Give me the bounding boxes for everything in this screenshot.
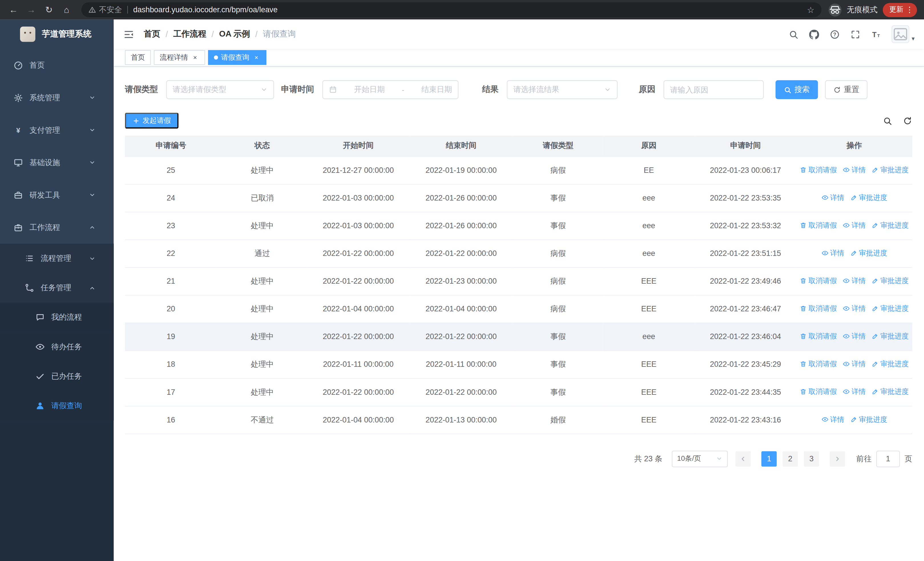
page-button-1[interactable]: 1	[761, 451, 777, 466]
reset-button[interactable]: 重置	[825, 80, 867, 99]
browser-update-button[interactable]: 更新 ⋮	[883, 3, 917, 17]
help-icon[interactable]: ?	[830, 29, 840, 39]
detail-action-link[interactable]: 详情	[821, 415, 844, 424]
result-select[interactable]: 请选择流结果	[507, 80, 618, 99]
progress-action-link[interactable]: 审批进度	[872, 165, 909, 175]
column-header: 开始时间	[308, 136, 409, 156]
cancel-action-link[interactable]: 取消请假	[800, 387, 837, 397]
detail-action-link[interactable]: 详情	[843, 304, 866, 314]
sidebar-item-process-management[interactable]: 流程管理	[0, 244, 114, 273]
page-button-2[interactable]: 2	[783, 451, 798, 466]
prev-page-button[interactable]	[735, 451, 751, 466]
breadcrumb-item[interactable]: OA 示例	[219, 29, 250, 39]
detail-action-link[interactable]: 详情	[821, 248, 844, 258]
apply-time-range-picker[interactable]: 开始日期 - 结束日期	[322, 80, 459, 99]
next-page-button[interactable]	[830, 451, 845, 466]
sidebar-item-done-tasks[interactable]: 已办任务	[0, 362, 114, 391]
sidebar-item-system-management[interactable]: 系统管理	[0, 81, 114, 114]
tab-leave-query[interactable]: 请假查询×	[208, 50, 266, 65]
breadcrumb-item[interactable]: 工作流程	[173, 29, 206, 39]
tab-home[interactable]: 首页	[125, 50, 151, 65]
github-icon[interactable]	[809, 29, 819, 39]
cell-status: 处理中	[217, 323, 308, 350]
sidebar-item-my-processes[interactable]: 我的流程	[0, 302, 114, 332]
create-leave-button[interactable]: 发起请假	[125, 113, 178, 129]
progress-action-link[interactable]: 审批进度	[872, 359, 909, 369]
browser-back-button[interactable]: ←	[6, 2, 21, 17]
reason-input[interactable]	[670, 85, 758, 94]
close-tab-icon[interactable]: ×	[191, 53, 199, 62]
goto-page-input[interactable]	[876, 450, 900, 467]
progress-action-link[interactable]: 审批进度	[872, 331, 909, 341]
detail-action-link[interactable]: 详情	[843, 276, 866, 286]
bookmark-star-icon[interactable]: ☆	[807, 5, 814, 15]
sidebar-item-workflow[interactable]: 工作流程	[0, 211, 114, 244]
progress-action-link[interactable]: 审批进度	[850, 248, 887, 258]
sidebar-item-home[interactable]: 首页	[0, 49, 114, 81]
cancel-action-link[interactable]: 取消请假	[800, 165, 837, 175]
table-row[interactable]: 22通过2022-01-22 00:00:002022-01-22 00:00:…	[125, 239, 912, 267]
sidebar-item-todo-tasks[interactable]: 待办任务	[0, 332, 114, 362]
progress-action-link[interactable]: 审批进度	[872, 304, 909, 314]
table-row[interactable]: 21处理中2022-01-22 00:00:002022-01-23 00:00…	[125, 267, 912, 295]
user-menu[interactable]: ▾	[891, 26, 915, 43]
table-row[interactable]: 19处理中2022-01-22 00:00:002022-01-22 00:00…	[125, 323, 912, 350]
table-row[interactable]: 16不通过2022-01-04 00:00:002022-01-13 00:00…	[125, 406, 912, 434]
cancel-action-link[interactable]: 取消请假	[800, 304, 837, 314]
sidebar-item-dev-tools[interactable]: 研发工具	[0, 179, 114, 211]
browser-home-button[interactable]: ⌂	[59, 2, 75, 17]
sidebar-fold-icon[interactable]	[123, 29, 134, 40]
sidebar-item-leave-query[interactable]: 请假查询	[0, 391, 114, 420]
tab-process-detail[interactable]: 流程详情×	[154, 50, 205, 65]
cancel-action-link[interactable]: 取消请假	[800, 221, 837, 230]
cell-end-time: 2022-01-26 00:00:00	[409, 184, 513, 212]
detail-action-link[interactable]: 详情	[843, 165, 866, 175]
page-button-3[interactable]: 3	[804, 451, 819, 466]
eye-icon	[35, 342, 45, 352]
leave-type-select[interactable]: 请选择请假类型	[166, 80, 274, 99]
progress-action-link[interactable]: 审批进度	[872, 276, 909, 286]
breadcrumb-item[interactable]: 首页	[144, 29, 160, 39]
detail-action-link[interactable]: 详情	[843, 221, 866, 230]
toggle-search-icon[interactable]	[883, 116, 892, 125]
table-row[interactable]: 20处理中2022-01-04 00:00:002022-01-04 00:00…	[125, 295, 912, 323]
progress-action-link[interactable]: 审批进度	[850, 415, 887, 424]
progress-action-link[interactable]: 审批进度	[872, 221, 909, 230]
detail-action-link[interactable]: 详情	[843, 387, 866, 397]
close-tab-icon[interactable]: ×	[252, 53, 261, 62]
table-row[interactable]: 25处理中2021-12-27 00:00:002022-01-19 00:00…	[125, 156, 912, 184]
svg-text:T: T	[872, 30, 877, 38]
browser-forward-button[interactable]: →	[24, 2, 39, 17]
app-logo-row[interactable]: 芋道管理系统	[0, 20, 114, 49]
table-row[interactable]: 24已取消2022-01-03 00:00:002022-01-26 00:00…	[125, 184, 912, 212]
progress-action-link[interactable]: 审批进度	[872, 387, 909, 397]
address-bar[interactable]: 不安全 dashboard.yudao.iocoder.cn/bpm/oa/le…	[81, 2, 822, 17]
sidebar-item-infrastructure[interactable]: 基础设施	[0, 146, 114, 179]
table-row[interactable]: 18处理中2022-01-11 00:00:002022-01-11 00:00…	[125, 350, 912, 378]
browser-menu-icon[interactable]: ⋮	[906, 6, 914, 14]
detail-action-link[interactable]: 详情	[821, 193, 844, 203]
sidebar-item-payment-management[interactable]: ¥支付管理	[0, 114, 114, 146]
font-size-icon[interactable]: TT	[871, 29, 881, 39]
detail-action-link[interactable]: 详情	[843, 359, 866, 369]
cell-leave-type: 事假	[513, 212, 603, 239]
table-row[interactable]: 17处理中2022-01-22 00:00:002022-01-22 00:00…	[125, 378, 912, 406]
sidebar-item-task-management[interactable]: 任务管理	[0, 273, 114, 302]
browser-reload-button[interactable]: ↻	[41, 2, 57, 17]
page-size-select[interactable]: 10条/页	[672, 450, 728, 467]
fullscreen-icon[interactable]	[850, 29, 860, 39]
cancel-action-link[interactable]: 取消请假	[800, 331, 837, 341]
search-button[interactable]: 搜索	[776, 80, 818, 99]
detail-action-link[interactable]: 详情	[843, 331, 866, 341]
cancel-action-link[interactable]: 取消请假	[800, 276, 837, 286]
progress-icon	[850, 416, 857, 423]
cancel-action-link[interactable]: 取消请假	[800, 359, 837, 369]
column-header: 结束时间	[409, 136, 513, 156]
chevron-down-icon	[89, 94, 96, 101]
search-icon[interactable]	[789, 29, 798, 39]
progress-action-link[interactable]: 审批进度	[850, 193, 887, 203]
sidebar-item-label: 我的流程	[51, 312, 82, 322]
security-warning[interactable]: 不安全	[88, 4, 122, 15]
table-row[interactable]: 23处理中2022-01-03 00:00:002022-01-26 00:00…	[125, 212, 912, 239]
refresh-table-icon[interactable]	[903, 116, 912, 125]
